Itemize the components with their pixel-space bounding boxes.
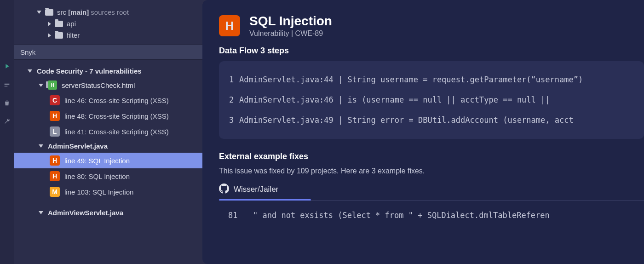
vuln-file-serverstatuscheck[interactable]: H serverStatusCheck.html — [28, 78, 202, 92]
vuln-issue-label: line 49: SQL Injection — [64, 157, 130, 165]
flow-step[interactable]: 1AdminServlet.java:44 | String username … — [229, 69, 634, 90]
tool-gutter — [0, 0, 14, 264]
vuln-issue-label: line 46: Cross-site Scripting (XSS) — [64, 97, 169, 104]
severity-badge-high: H — [50, 171, 60, 181]
chevron-right-icon — [48, 33, 51, 38]
play-icon[interactable] — [3, 63, 11, 72]
vuln-issue-label: line 103: SQL Injection — [64, 188, 133, 196]
file-tree: src [main] sources root api filter — [14, 0, 202, 45]
vuln-issue[interactable]: M line 103: SQL Injection — [28, 184, 202, 200]
chevron-down-icon — [37, 11, 41, 14]
detail-subtitle: Vulnerability | CWE-89 — [249, 29, 332, 38]
vuln-file-label: AdminViewServlet.java — [48, 209, 123, 217]
vuln-file-adminservlet[interactable]: AdminServlet.java — [28, 139, 202, 153]
tree-label: filter — [67, 31, 80, 39]
vuln-group-code-security[interactable]: Code Security - 7 vulnerabilities — [28, 64, 202, 78]
severity-badge-critical: C — [50, 95, 60, 105]
tree-root-src[interactable]: src [main] sources root — [37, 6, 202, 18]
left-panel: src [main] sources root api filter Snyk … — [14, 0, 202, 264]
fixes-title: External example fixes — [219, 152, 644, 161]
vuln-issue-selected[interactable]: H line 49: SQL Injection — [14, 153, 202, 168]
chevron-right-icon — [48, 22, 51, 26]
tree-label: src [main] sources root — [57, 8, 129, 16]
detail-panel: H SQL Injection Vulnerability | CWE-89 D… — [202, 0, 644, 264]
folder-icon — [55, 32, 63, 39]
severity-badge-high: H — [50, 111, 60, 121]
severity-badge-medium: M — [50, 187, 60, 197]
vuln-file-adminviewservlet[interactable]: AdminViewServlet.java — [28, 206, 202, 219]
severity-badge-high: H — [50, 155, 60, 166]
chevron-down-icon — [39, 84, 43, 87]
vuln-issue-label: line 80: SQL Injection — [64, 172, 130, 180]
flow-step[interactable]: 2AdminServlet.java:46 | is (username == … — [229, 90, 634, 110]
fixes-subtitle: This issue was fixed by 109 projects. He… — [219, 167, 644, 175]
flow-step[interactable]: 3AdminServlet.java:49 | String error = D… — [229, 110, 634, 130]
scroll-icon[interactable] — [3, 81, 11, 90]
detail-title: SQL Injection — [249, 14, 332, 29]
detail-header: H SQL Injection Vulnerability | CWE-89 — [219, 14, 644, 38]
fix-tabs: Wisser/Jailer — [219, 184, 644, 201]
vuln-tree: Code Security - 7 vulnerabilities H serv… — [14, 60, 202, 219]
trash-icon[interactable] — [3, 99, 11, 109]
tree-item-api[interactable]: api — [37, 18, 202, 29]
vuln-issue[interactable]: H line 80: SQL Injection — [28, 168, 202, 184]
tree-label: api — [67, 20, 76, 28]
vuln-group-label: Code Security - 7 vulnerabilities — [37, 67, 142, 75]
code-line-number: 81 — [228, 211, 253, 220]
vuln-issue[interactable]: C line 46: Cross-site Scripting (XSS) — [28, 92, 202, 108]
chevron-down-icon — [39, 144, 43, 148]
data-flow-title: Data Flow 3 steps — [219, 46, 644, 56]
code-line-text: " and not exsists (Select * from " + SQL… — [253, 211, 550, 220]
chevron-down-icon — [28, 69, 32, 73]
github-icon — [219, 184, 229, 195]
folder-icon — [55, 21, 63, 27]
severity-badge-low: L — [50, 126, 60, 137]
html-file-icon: H — [48, 80, 57, 90]
vuln-issue-label: line 48: Cross-site Scripting (XSS) — [64, 112, 169, 120]
panel-title: Snyk — [14, 45, 202, 60]
vuln-file-label: AdminServlet.java — [48, 142, 108, 150]
wrench-icon[interactable] — [3, 118, 11, 127]
chevron-down-icon — [39, 211, 43, 214]
severity-badge-high: H — [219, 15, 240, 36]
fix-code-sample: 81" and not exsists (Select * from " + S… — [219, 201, 644, 220]
vuln-issue[interactable]: L line 41: Cross-site Scripting (XSS) — [28, 124, 202, 139]
tree-item-filter[interactable]: filter — [37, 29, 202, 41]
vuln-issue-label: line 41: Cross-site Scripting (XSS) — [64, 128, 169, 136]
folder-icon — [45, 9, 53, 16]
tab-underline — [219, 199, 311, 201]
vuln-file-label: serverStatusCheck.html — [62, 81, 135, 89]
fix-tab-label[interactable]: Wisser/Jailer — [234, 185, 278, 194]
vuln-issue[interactable]: H line 48: Cross-site Scripting (XSS) — [28, 108, 202, 124]
data-flow-box: 1AdminServlet.java:44 | String username … — [219, 61, 644, 139]
